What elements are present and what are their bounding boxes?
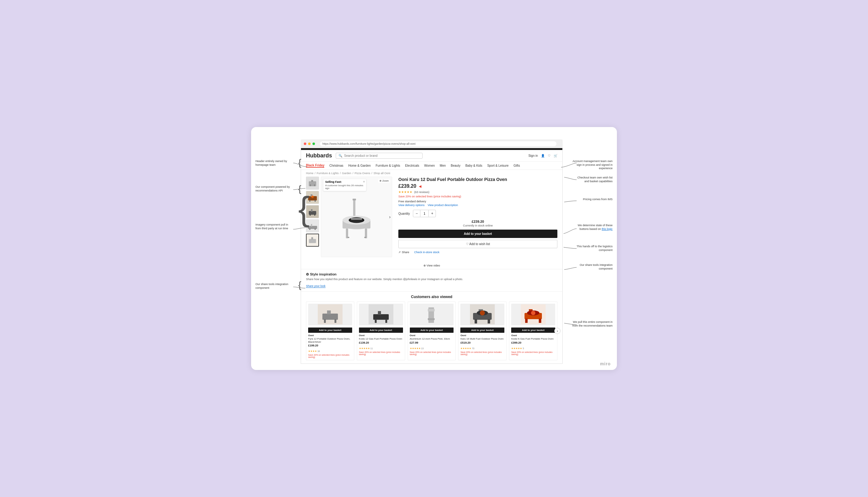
breadcrumb-sep2: / [340, 172, 341, 175]
product-card-price-1: £199.20 [308, 344, 352, 347]
product-card-brand-3: Ooni [410, 334, 454, 337]
quantity-increase[interactable]: + [429, 210, 436, 217]
breadcrumb-pizza-ovens[interactable]: Pizza Ovens [355, 172, 370, 175]
nav-item-christmas[interactable]: Christmas [329, 164, 343, 167]
svg-rect-14 [310, 214, 311, 216]
product-card-btn-4[interactable]: Add to your basket [460, 327, 504, 333]
page-wrapper: miro Header entirely owned by homepage t… [251, 127, 617, 370]
nav-item-electricals[interactable]: Electricals [405, 164, 419, 167]
svg-rect-35 [351, 218, 362, 220]
badge-close-button[interactable]: × [363, 180, 365, 183]
view-video-link[interactable]: ⊕ View video [301, 262, 562, 269]
svg-rect-45 [385, 319, 387, 323]
brace-share: { [298, 280, 301, 290]
browser-minimize-dot[interactable] [308, 143, 311, 145]
site-header: Hubbards 🔍 Sign in 👤 ♡ 🛒 [301, 150, 562, 162]
breadcrumb-sep3: / [352, 172, 353, 175]
product-stars: ★★★★★ [398, 190, 412, 194]
zoom-button[interactable]: ⊕ Zoom [378, 179, 390, 183]
breadcrumb-sep1: / [314, 172, 316, 175]
nav-item-sport[interactable]: Sport & Leisure [487, 164, 509, 167]
breadcrumb-home[interactable]: Home [306, 172, 313, 175]
product-card-price-4: £519.20 [460, 341, 504, 344]
add-to-basket-button[interactable]: Add to your basket [398, 230, 557, 238]
wishlist-icon[interactable]: ♡ [548, 154, 550, 157]
breadcrumb-shop-ooni[interactable]: Shop all Ooni [374, 172, 390, 175]
annotation-pricing-ims: Pricing comes from IMS [583, 198, 613, 201]
product-card-btn-2[interactable]: Add to your basket [359, 327, 403, 333]
nav-item-blackfriday[interactable]: Black Friday [306, 164, 324, 168]
nav-item-men[interactable]: Men [440, 164, 446, 167]
svg-rect-61 [539, 318, 541, 323]
annotation-component-api: Our component powered by recommendations… [255, 185, 293, 193]
product-card-img-4 [460, 304, 504, 325]
basket-icon[interactable]: 🛒 [554, 154, 557, 157]
svg-rect-13 [311, 209, 312, 212]
delivery-options-link[interactable]: View delivery options [398, 203, 424, 207]
quantity-input[interactable] [420, 210, 429, 217]
product-card-savings-4: Save 20% on selected lines (price includ… [460, 351, 504, 355]
gallery-next-arrow[interactable]: › [389, 214, 391, 219]
brace-header: { [298, 158, 301, 167]
breadcrumb-garden[interactable]: Garden [342, 172, 351, 175]
product-card-btn-3[interactable]: Add to your basket [410, 327, 454, 333]
svg-rect-38 [327, 311, 331, 314]
check-stock-link[interactable]: Check in-store stock [414, 251, 439, 254]
share-link[interactable]: ↗ Share [398, 251, 409, 254]
svg-rect-34 [364, 237, 366, 238]
share-your-look-link[interactable]: Share your look [306, 284, 325, 288]
style-inspiration-title: ✿ Style inspiration [306, 272, 557, 276]
svg-rect-23 [311, 237, 313, 240]
annotation-state-buttons: We determine state of these buttons base… [569, 224, 613, 231]
product-card-savings-5: Save 20% on selected lines (price includ… [511, 351, 555, 355]
nav-item-gifts[interactable]: Gifts [514, 164, 520, 167]
product-image-svg [332, 194, 381, 250]
product-card-1: Add to your basket Ooni Fyra 12 Portable… [306, 301, 354, 360]
brace-imagery: { [298, 191, 310, 226]
product-description-link[interactable]: View product description [428, 203, 458, 207]
carousel-next-arrow[interactable]: › [554, 328, 560, 334]
nav-item-beauty[interactable]: Beauty [451, 164, 460, 167]
browser-bar: https://www.hubbards.com/furniture-light… [301, 139, 563, 148]
browser-close-dot[interactable] [304, 143, 306, 145]
header-actions: Sign in 👤 ♡ 🛒 [528, 154, 557, 157]
browser-expand-dot[interactable] [312, 143, 315, 145]
product-card-savings-3: Save 20% on selected lines (price includ… [410, 351, 454, 355]
svg-rect-31 [346, 228, 348, 238]
share-check-row: ↗ Share Check in-store stock [398, 251, 557, 254]
product-card-btn-5[interactable]: Add to your basket [511, 327, 555, 333]
add-to-wishlist-button[interactable]: ♡ Add to wish list [398, 240, 557, 248]
breadcrumb-furniture[interactable]: Furniture & Lights [317, 172, 339, 175]
thumbnail-1[interactable] [306, 176, 319, 190]
svg-point-10 [311, 196, 314, 198]
nav-item-furniture[interactable]: Furniture & Lights [376, 164, 400, 167]
product-card-name-5: Koda N Gas Fuel Portable Pizza Oven [511, 338, 555, 341]
thumbnail-5[interactable] [306, 233, 319, 247]
svg-rect-33 [365, 228, 367, 238]
share-icon: ↗ [398, 251, 401, 254]
svg-rect-48 [428, 309, 435, 311]
this-logic-link[interactable]: this logic [602, 227, 613, 230]
account-icon[interactable]: 👤 [541, 154, 545, 157]
annotation-checkout-team: Checkout team own wish list and basket c… [572, 176, 613, 183]
product-card-btn-1[interactable]: Add to your basket [308, 327, 352, 333]
search-input[interactable] [344, 154, 420, 157]
product-card-savings-2: Save 20% on selected lines (price includ… [359, 351, 403, 355]
style-inspiration-section: ✿ Style inspiration Share how you styled… [301, 269, 562, 291]
annotation-imagery: Imagery component pull in from third par… [255, 223, 293, 230]
product-card-name-3: Aluminium 12-inch Pizza Peel, 33cm [410, 338, 454, 341]
nav-item-baby[interactable]: Baby & Kids [465, 164, 482, 167]
svg-rect-2 [311, 180, 313, 182]
miro-label: miro [600, 361, 611, 366]
signin-label[interactable]: Sign in [528, 154, 538, 157]
search-icon: 🔍 [338, 154, 342, 157]
product-card-4: Add to your basket Ooni Karu 16 Multi Fu… [458, 301, 506, 360]
nav-item-home-garden[interactable]: Home & Garden [348, 164, 371, 167]
product-card-img-2 [359, 304, 403, 325]
product-card-stars-4: ★★★★★ 70 [460, 345, 504, 351]
product-card-5: Add to your basket Ooni Koda N Gas Fuel … [509, 301, 557, 360]
nav-item-women[interactable]: Women [424, 164, 435, 167]
quantity-decrease[interactable]: − [413, 210, 420, 217]
svg-rect-42 [373, 314, 389, 320]
quantity-control: − + [413, 210, 436, 217]
